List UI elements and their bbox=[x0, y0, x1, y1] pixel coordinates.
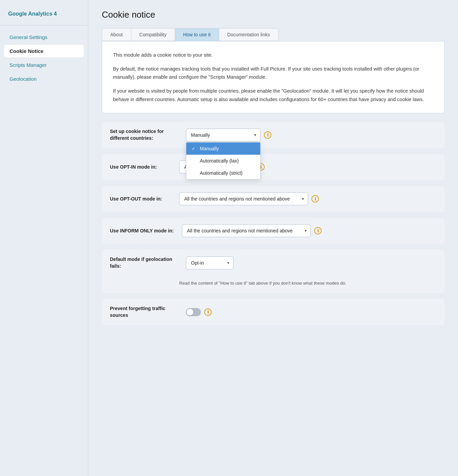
default-mode-control: Opt-in ▾ bbox=[186, 256, 436, 269]
tab-how-to-use[interactable]: How to use it bbox=[175, 28, 219, 41]
about-paragraph-2: By default, the notice manages tracking … bbox=[113, 65, 433, 81]
opt-out-section: Use OPT-OUT mode in: All the countries a… bbox=[102, 186, 444, 212]
prevent-forgetting-label: Prevent forgetting traffic sources bbox=[110, 305, 178, 319]
opt-out-label: Use OPT-OUT mode in: bbox=[110, 196, 171, 203]
sidebar-navigation: General Settings Cookie Notice Scripts M… bbox=[0, 31, 88, 85]
dropdown-option-manually[interactable]: ✓ Manually bbox=[186, 142, 260, 155]
inform-only-label: Use INFORM ONLY mode in: bbox=[110, 228, 174, 234]
sidebar: Google Analytics 4 General Settings Cook… bbox=[0, 0, 88, 476]
opt-out-dropdown[interactable]: All the countries and regions not mentio… bbox=[179, 192, 308, 205]
cookie-notice-country-section: Set up cookie notice for different count… bbox=[102, 121, 444, 148]
dropdown-option-auto-lax[interactable]: Automatically (lax) bbox=[186, 155, 260, 167]
inform-only-section: Use INFORM ONLY mode in: All the countri… bbox=[102, 217, 444, 244]
opt-in-section: Use OPT-IN mode in: All countries ▾ ℹ bbox=[102, 154, 444, 180]
prevent-forgetting-section: Prevent forgetting traffic sources ℹ bbox=[102, 299, 444, 325]
prevent-forgetting-toggle[interactable] bbox=[186, 308, 201, 316]
opt-out-control: All the countries and regions not mentio… bbox=[179, 192, 436, 205]
check-icon: ✓ bbox=[192, 146, 197, 151]
default-mode-row: Default mode if geolocation fails: Opt-i… bbox=[110, 256, 436, 269]
main-content: Cookie notice About Compatibility How to… bbox=[88, 0, 458, 476]
opt-in-label: Use OPT-IN mode in: bbox=[110, 164, 171, 171]
sidebar-item-cookie-notice[interactable]: Cookie Notice bbox=[4, 45, 84, 57]
default-mode-helper: Read the content of "How to use it" tab … bbox=[179, 280, 346, 287]
sidebar-item-general-settings[interactable]: General Settings bbox=[4, 31, 84, 43]
cookie-notice-dropdown-container: Manually ▾ ✓ Manually Automatically (lax… bbox=[186, 129, 261, 141]
dropdown-chevron-icon: ▾ bbox=[254, 133, 256, 137]
tab-bar: About Compatibility How to use it Docume… bbox=[102, 28, 444, 41]
tab-documentation-links[interactable]: Documentation links bbox=[219, 28, 279, 41]
page-title: Cookie notice bbox=[102, 9, 444, 20]
tab-compatibility[interactable]: Compatibility bbox=[131, 28, 175, 41]
default-mode-dropdown-wrapper: Opt-in ▾ bbox=[186, 256, 233, 269]
cookie-notice-country-control: Manually ▾ ✓ Manually Automatically (lax… bbox=[186, 129, 436, 141]
default-mode-section: Default mode if geolocation fails: Opt-i… bbox=[102, 249, 444, 293]
cookie-notice-dropdown-popup: ✓ Manually Automatically (lax) Automatic… bbox=[186, 142, 261, 179]
default-mode-label: Default mode if geolocation fails: bbox=[110, 256, 178, 269]
cookie-notice-dropdown-trigger[interactable]: Manually ▾ bbox=[186, 129, 261, 141]
about-content-panel: This module adds a cookie notice to your… bbox=[102, 41, 444, 113]
about-paragraph-1: This module adds a cookie notice to your… bbox=[113, 51, 433, 59]
opt-out-info-icon[interactable]: ℹ bbox=[311, 195, 319, 203]
toggle-knob bbox=[187, 309, 193, 316]
default-mode-dropdown[interactable]: Opt-in bbox=[186, 256, 233, 269]
inform-only-dropdown[interactable]: All the countries and regions not mentio… bbox=[182, 224, 311, 237]
dropdown-option-auto-strict[interactable]: Automatically (strict) bbox=[186, 167, 260, 179]
sidebar-item-geolocation[interactable]: Geolocation bbox=[4, 73, 84, 85]
cookie-notice-info-icon[interactable]: ℹ bbox=[264, 131, 271, 139]
sidebar-logo-link[interactable]: Google Analytics 4 bbox=[8, 11, 57, 17]
opt-out-dropdown-wrapper: All the countries and regions not mentio… bbox=[179, 192, 308, 205]
about-paragraph-3: If your website is visited by people fro… bbox=[113, 87, 433, 103]
sidebar-item-scripts-manager[interactable]: Scripts Manager bbox=[4, 59, 84, 71]
inform-only-info-icon[interactable]: ℹ bbox=[314, 227, 322, 234]
prevent-forgetting-control: ℹ bbox=[186, 308, 436, 316]
inform-only-control: All the countries and regions not mentio… bbox=[182, 224, 436, 237]
cookie-notice-country-label: Set up cookie notice for different count… bbox=[110, 128, 178, 141]
prevent-forgetting-info-icon[interactable]: ℹ bbox=[204, 308, 212, 316]
tab-about[interactable]: About bbox=[102, 28, 131, 41]
sidebar-logo: Google Analytics 4 bbox=[0, 8, 88, 25]
inform-only-dropdown-wrapper: All the countries and regions not mentio… bbox=[182, 224, 311, 237]
